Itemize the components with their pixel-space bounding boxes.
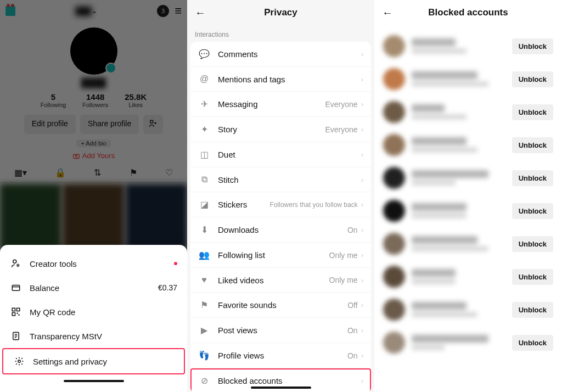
privacy-item-duet[interactable]: ◫ Duet › <box>190 142 371 167</box>
blocked-list: UnblockUnblockUnblockUnblockUnblockUnblo… <box>374 25 562 363</box>
user-avatar[interactable] <box>383 299 405 321</box>
user-handle <box>412 48 467 54</box>
user-avatar[interactable] <box>383 233 405 255</box>
privacy-item-stickers[interactable]: ◪ Stickers Followers that you follow bac… <box>190 192 371 217</box>
privacy-item-comments[interactable]: 💬 Comments › <box>190 42 371 67</box>
privacy-item-label: Story <box>218 125 237 134</box>
user-handle <box>412 213 467 219</box>
story-icon: ✦ <box>198 124 210 135</box>
unblock-button[interactable]: Unblock <box>512 335 553 351</box>
svg-rect-7 <box>12 313 15 316</box>
user-avatar[interactable] <box>383 200 405 222</box>
privacy-item-label: Post views <box>218 326 257 335</box>
user-handle <box>412 279 456 284</box>
blocked-row: Unblock <box>379 30 558 63</box>
user-handle <box>412 114 467 120</box>
privacy-item-following-list[interactable]: 👥 Following list Only me› <box>190 243 371 268</box>
chevron-right-icon: › <box>361 276 363 284</box>
privacy-item-label: Downloads <box>218 225 258 234</box>
privacy-item-story[interactable]: ✦ Story Everyone› <box>190 117 371 142</box>
download-icon: ⬇ <box>198 225 210 235</box>
chevron-right-icon: › <box>361 226 363 234</box>
user-name <box>412 71 477 79</box>
blocked-row: Unblock <box>379 96 558 128</box>
user-name <box>412 302 467 310</box>
profile-screen: ███ ⌄ 3 ≡ ████ 5Following 1448Followers … <box>0 0 187 392</box>
privacy-item-favorite-sounds[interactable]: ⚑ Favorite sounds Off› <box>190 293 371 318</box>
user-avatar[interactable] <box>383 35 405 57</box>
unblock-button[interactable]: Unblock <box>512 302 553 318</box>
bookmark-icon: ⚑ <box>198 300 210 310</box>
chevron-right-icon: › <box>361 326 363 334</box>
unblock-button[interactable]: Unblock <box>512 38 553 54</box>
menu-label: Creator tools <box>30 259 77 268</box>
blocked-row: Unblock <box>379 194 558 227</box>
privacy-screen: ← Privacy Interactions 💬 Comments › @ Me… <box>187 0 374 392</box>
menu-item-transparency[interactable]: Transparency MStV <box>0 324 187 348</box>
user-name <box>412 203 467 211</box>
unblock-button[interactable]: Unblock <box>512 71 553 87</box>
privacy-item-downloads[interactable]: ⬇ Downloads On› <box>190 217 371 243</box>
user-name <box>412 170 488 178</box>
back-icon[interactable]: ← <box>195 7 206 19</box>
document-icon <box>10 331 22 341</box>
user-avatar[interactable] <box>383 134 405 156</box>
section-interactions: Interactions <box>187 25 374 42</box>
user-name <box>412 269 456 277</box>
user-info <box>412 203 512 219</box>
privacy-item-stitch[interactable]: ⧉ Stitch › <box>190 167 371 192</box>
unblock-button[interactable]: Unblock <box>512 104 553 120</box>
unblock-button[interactable]: Unblock <box>512 203 553 219</box>
svg-point-3 <box>13 260 16 263</box>
back-icon[interactable]: ← <box>382 7 393 19</box>
user-info <box>412 38 512 54</box>
user-avatar[interactable] <box>383 266 405 288</box>
user-avatar[interactable] <box>383 101 405 123</box>
user-info <box>412 302 512 317</box>
privacy-item-label: Messaging <box>218 99 258 109</box>
privacy-item-profile-views[interactable]: 👣 Profile views On› <box>190 343 371 368</box>
user-avatar[interactable] <box>383 68 405 90</box>
qr-icon <box>10 307 22 317</box>
privacy-item-mentions[interactable]: @ Mentions and tags › <box>190 67 371 92</box>
privacy-item-label: Favorite sounds <box>218 300 277 310</box>
menu-item-creator-tools[interactable]: Creator tools <box>0 251 187 276</box>
unblock-button[interactable]: Unblock <box>512 236 553 252</box>
privacy-list: 💬 Comments › @ Mentions and tags › ✈ Mes… <box>190 42 371 392</box>
privacy-item-label: Following list <box>218 250 265 260</box>
chevron-right-icon: › <box>361 75 363 83</box>
svg-rect-6 <box>17 308 20 311</box>
unblock-button[interactable]: Unblock <box>512 269 553 285</box>
menu-label: My QR code <box>30 307 75 317</box>
menu-label: Settings and privacy <box>33 357 107 366</box>
unblock-button[interactable]: Unblock <box>512 170 553 186</box>
chevron-right-icon: › <box>361 50 363 58</box>
chevron-right-icon: › <box>361 301 363 309</box>
user-handle <box>412 180 456 186</box>
home-indicator <box>251 387 311 389</box>
person-star-icon <box>10 259 22 268</box>
user-name <box>412 335 488 343</box>
privacy-item-post-views[interactable]: ▶ Post views On› <box>190 318 371 343</box>
user-handle <box>412 345 445 350</box>
user-avatar[interactable] <box>383 332 405 354</box>
user-avatar[interactable] <box>383 167 405 189</box>
menu-item-balance[interactable]: Balance €0.37 <box>0 276 187 300</box>
privacy-item-label: Blocked accounts <box>218 376 283 385</box>
user-info <box>412 335 512 350</box>
unblock-button[interactable]: Unblock <box>512 137 553 153</box>
menu-item-qr[interactable]: My QR code <box>0 300 187 324</box>
privacy-item-liked-videos[interactable]: ♥ Liked videos Only me› <box>190 268 371 293</box>
privacy-item-label: Comments <box>218 49 258 59</box>
notification-dot <box>174 262 177 265</box>
blocked-row: Unblock <box>379 128 558 161</box>
people-icon: 👥 <box>198 250 210 260</box>
balance-value: €0.37 <box>158 283 177 292</box>
user-name <box>412 137 467 145</box>
privacy-item-messaging[interactable]: ✈ Messaging Everyone› <box>190 92 371 117</box>
menu-item-settings-privacy[interactable]: Settings and privacy <box>2 348 185 374</box>
privacy-item-label: Liked videos <box>218 276 263 285</box>
play-icon: ▶ <box>198 325 210 335</box>
chevron-right-icon: › <box>361 176 363 184</box>
wallet-icon <box>10 283 22 293</box>
